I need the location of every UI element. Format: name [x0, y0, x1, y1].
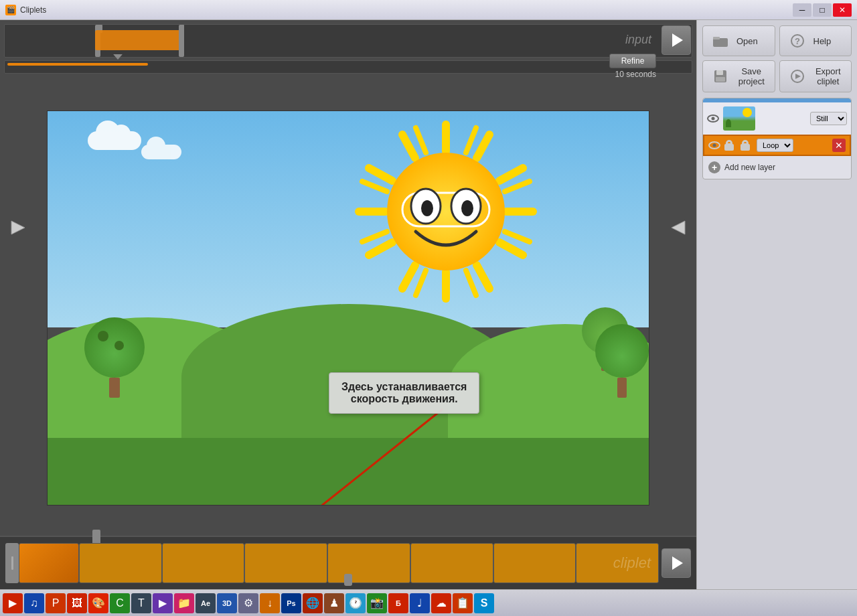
- taskbar-icon-photo[interactable]: 🖼: [67, 593, 87, 613]
- save-icon: [711, 67, 730, 86]
- layer-item-loop: Loop Still Clip ✕: [703, 135, 851, 156]
- visibility-toggle-still[interactable]: [707, 114, 719, 123]
- tooltip-line1: Здесь устанавливается: [341, 381, 467, 392]
- open-button[interactable]: Open: [702, 25, 775, 56]
- play-icon-top: [672, 33, 683, 47]
- minimize-button[interactable]: ─: [793, 3, 811, 17]
- taskbar-icon-text[interactable]: T: [131, 593, 151, 613]
- taskbar-icon-clipboard[interactable]: 📋: [453, 593, 473, 613]
- taskbar-icon-cyrillic[interactable]: Б: [388, 593, 408, 613]
- taskbar-icon-ae[interactable]: Ae: [196, 593, 216, 613]
- thumb-sun: [743, 108, 752, 117]
- export-cliplet-button[interactable]: Export cliplet: [779, 60, 852, 92]
- tooltip-line2: скорость движения.: [351, 393, 458, 404]
- left-area: input Refine 10 seconds: [0, 20, 696, 589]
- refine-button[interactable]: Refine: [609, 54, 656, 68]
- taskbar-icon-camera[interactable]: 📸: [367, 593, 387, 613]
- center-tick[interactable]: [344, 574, 352, 586]
- help-label: Help: [813, 36, 832, 46]
- maximize-button[interactable]: □: [813, 3, 832, 17]
- film-cell-2[interactable]: [79, 543, 162, 583]
- film-cell-6[interactable]: [410, 543, 493, 583]
- lock-icon-2[interactable]: [741, 140, 750, 151]
- taskbar: ▶ ♫ P 🖼 🎨 C T ▶ 📁 Ae 3D ⚙ ↓ Ps 🌐 ♟ 🕐 📸 Б…: [0, 589, 857, 616]
- layer-item-still: Still Loop Clip: [703, 102, 851, 135]
- play-button-top[interactable]: [661, 25, 691, 55]
- taskbar-icon-green[interactable]: C: [110, 593, 130, 613]
- add-layer-label: Add new layer: [724, 163, 775, 172]
- close-layer-button[interactable]: ✕: [832, 139, 846, 152]
- film-cell-8[interactable]: [576, 543, 659, 583]
- close-button[interactable]: ✕: [833, 3, 852, 17]
- cloud-1: [88, 131, 141, 150]
- plus-icon: +: [708, 161, 720, 173]
- film-cell-5[interactable]: [327, 543, 410, 583]
- film-cell-1[interactable]: [19, 543, 79, 583]
- thumb-scene: [723, 106, 755, 131]
- taskbar-icon-downloads[interactable]: ↓: [260, 593, 280, 613]
- app-icon: 🎬: [5, 5, 16, 15]
- scrubber-handle-right[interactable]: [179, 25, 184, 57]
- scrubber-pointer: [113, 54, 123, 60]
- taskbar-icon-paint[interactable]: 🎨: [88, 593, 108, 613]
- timeline-bar[interactable]: [4, 60, 692, 74]
- taskbar-icon-skype[interactable]: S: [474, 593, 494, 613]
- export-icon: [788, 67, 807, 86]
- open-label: Open: [736, 36, 758, 46]
- buttons-row: Open ? Help: [702, 25, 852, 92]
- filmstrip-tick-handle[interactable]: [92, 530, 100, 543]
- scrubber-range[interactable]: [95, 30, 182, 50]
- loop-layer-dropdown[interactable]: Loop Still Clip: [757, 139, 793, 152]
- timeline-top: input Refine 10 seconds: [0, 20, 696, 80]
- taskbar-icon-music2[interactable]: ♩: [410, 593, 430, 613]
- filmstrip-left-handle[interactable]: [5, 543, 19, 583]
- svg-text:?: ?: [795, 36, 800, 46]
- window-controls: ─ □ ✕: [793, 3, 852, 17]
- taskbar-icon-cloud[interactable]: ☁: [431, 593, 451, 613]
- tree-left: [84, 317, 145, 398]
- lock-icon-1[interactable]: [724, 140, 734, 151]
- visibility-toggle-loop[interactable]: [708, 141, 720, 149]
- taskbar-icon-3d[interactable]: 3D: [217, 593, 237, 613]
- taskbar-icon-ps[interactable]: Ps: [281, 593, 301, 613]
- taskbar-icon-browser[interactable]: 🌐: [303, 593, 323, 613]
- refine-section: Refine 10 seconds: [609, 54, 656, 79]
- svg-marker-0: [11, 221, 25, 234]
- save-project-button[interactable]: Save project: [702, 60, 775, 92]
- svg-rect-35: [716, 70, 723, 75]
- play-icon-bottom: [672, 556, 683, 570]
- taskbar-icon-clock[interactable]: 🕐: [345, 593, 366, 613]
- timeline-scrubber[interactable]: input: [4, 24, 692, 58]
- corner-handle-top-left[interactable]: [8, 218, 28, 238]
- svg-rect-31: [713, 37, 720, 40]
- taskbar-icon-files[interactable]: 📁: [174, 593, 194, 613]
- app-title: Cliplets: [20, 5, 793, 15]
- play-button-bottom[interactable]: [661, 548, 691, 578]
- tree-right-2: [595, 324, 649, 398]
- right-panel: Open ? Help: [696, 20, 857, 589]
- taskbar-icon-ppt[interactable]: P: [46, 593, 66, 613]
- export-cliplet-label: Export cliplet: [813, 66, 844, 86]
- taskbar-icon-media[interactable]: ▶: [3, 593, 23, 613]
- svg-marker-1: [672, 221, 685, 234]
- main-container: input Refine 10 seconds: [0, 20, 857, 589]
- taskbar-icon-game[interactable]: ♟: [324, 593, 344, 613]
- save-project-label: Save project: [736, 66, 767, 86]
- film-cell-3[interactable]: [162, 543, 245, 583]
- input-label: input: [625, 33, 651, 47]
- taskbar-icon-settings[interactable]: ⚙: [238, 593, 258, 613]
- layer-panel: Still Loop Clip Loop Still: [702, 98, 852, 179]
- ground-base: [48, 438, 649, 505]
- layer-thumb-still: [723, 106, 755, 131]
- taskbar-icon-video[interactable]: ▶: [153, 593, 173, 613]
- film-cell-4[interactable]: [244, 543, 327, 583]
- film-cell-7[interactable]: [493, 543, 576, 583]
- svg-rect-36: [716, 77, 725, 82]
- open-icon: [711, 31, 730, 50]
- add-layer-button[interactable]: + Add new layer: [703, 156, 851, 179]
- filmstrip: cliplet: [0, 536, 696, 589]
- taskbar-icon-music[interactable]: ♫: [24, 593, 44, 613]
- still-layer-dropdown[interactable]: Still Loop Clip: [810, 112, 847, 125]
- corner-handle-top-right[interactable]: [668, 218, 688, 238]
- help-button[interactable]: ? Help: [779, 25, 852, 56]
